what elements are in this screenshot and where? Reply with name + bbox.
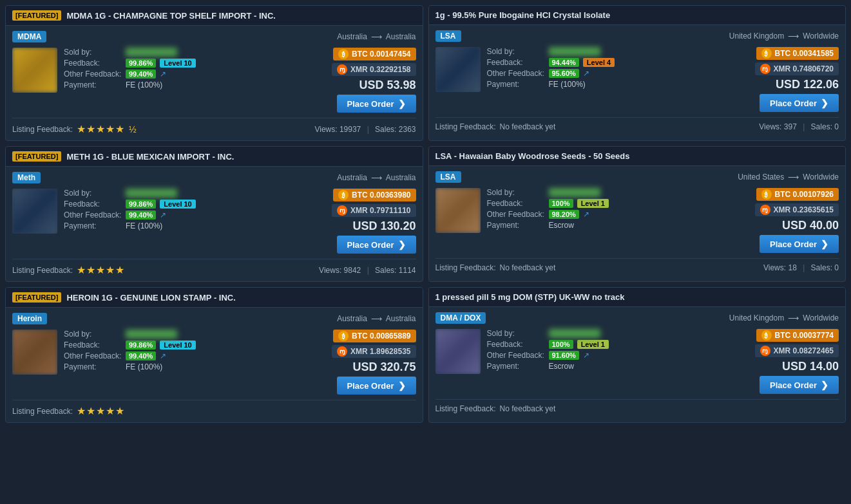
external-link-icon[interactable]: ↗ xyxy=(160,70,166,79)
payment-value: FE (100%) xyxy=(126,221,162,230)
other-feedback-row: Other Feedback:99.40%↗ xyxy=(64,210,307,219)
feedback-percentage: 99.86% xyxy=(126,341,156,350)
other-feedback-percentage: 99.40% xyxy=(126,210,156,219)
views-count: 397 xyxy=(784,122,797,131)
other-feedback-percentage: 91.60% xyxy=(549,351,579,360)
listing-info: Sold by:Feedback:100%Level 1Other Feedba… xyxy=(487,188,730,253)
feedback-percentage: 100% xyxy=(549,340,573,349)
btc-price: ₿BTC 0.00107926 xyxy=(756,188,839,201)
payment-value: FE (100%) xyxy=(126,362,162,371)
views-label: Views: xyxy=(319,266,341,275)
btc-price-value: BTC 0.00147454 xyxy=(352,50,410,59)
other-feedback-percentage: 95.60% xyxy=(549,69,579,78)
shipping-row: HeroinAustralia⟶Australia xyxy=(12,313,416,324)
feedback-bar: Listing Feedback:★★★★★Views: 9842 | Sale… xyxy=(12,259,416,276)
seller-name[interactable] xyxy=(549,47,600,56)
feedback-bar: Listing Feedback:★★★★★ xyxy=(12,400,416,417)
listing-title[interactable]: LSA - Hawaian Baby Woodrose Seeds - 50 S… xyxy=(435,151,630,161)
listing-title[interactable]: MDMA 1G - CHAMPAGNE TOP SHELF IMPORT - I… xyxy=(66,11,276,21)
sold-by-row: Sold by: xyxy=(487,329,730,338)
usd-price: USD 122.06 xyxy=(776,78,839,91)
views-label: Views: xyxy=(314,125,337,134)
feedback-left: Listing Feedback:No feedback yet xyxy=(435,404,556,413)
payment-label: Payment: xyxy=(64,221,122,230)
sales-count: 1114 xyxy=(399,266,416,275)
listing-title[interactable]: HEROIN 1G - GENUINE LION STAMP - INC. xyxy=(66,293,235,303)
shipping-info: Australia⟶Australia xyxy=(337,173,416,182)
btc-price-value: BTC 0.00037774 xyxy=(775,331,834,340)
other-feedback-row: Other Feedback:95.60%↗ xyxy=(487,69,730,78)
place-order-button[interactable]: Place Order❯ xyxy=(337,377,416,395)
xmr-price: ɱXMR 0.32292158 xyxy=(332,63,416,76)
place-order-button[interactable]: Place Order❯ xyxy=(760,235,839,253)
seller-name[interactable] xyxy=(549,329,600,338)
card-body: MethAustralia⟶AustraliaSold by:Feedback:… xyxy=(6,167,423,281)
drug-tag: LSA xyxy=(435,171,461,183)
listing-main: Sold by:Feedback:99.86%Level 10Other Fee… xyxy=(12,330,416,395)
ship-to: Worldwide xyxy=(803,313,839,322)
card-body: HeroinAustralia⟶AustraliaSold by:Feedbac… xyxy=(6,308,423,422)
sales-count: 0 xyxy=(834,263,839,272)
listing-title[interactable]: METH 1G - BLUE MEXICAN IMPORT - INC. xyxy=(66,152,234,162)
sold-by-row: Sold by: xyxy=(64,48,307,57)
external-link-icon[interactable]: ↗ xyxy=(160,210,166,219)
ship-arrow-icon: ⟶ xyxy=(788,313,799,322)
listings-grid: [FEATURED]MDMA 1G - CHAMPAGNE TOP SHELF … xyxy=(5,5,846,423)
xmr-icon: ɱ xyxy=(760,205,770,215)
place-order-label: Place Order xyxy=(770,380,817,390)
card-title-bar: [FEATURED]METH 1G - BLUE MEXICAN IMPORT … xyxy=(6,147,423,167)
sold-by-row: Sold by: xyxy=(487,188,730,197)
drug-tag: MDMA xyxy=(12,31,46,42)
other-feedback-row: Other Feedback:99.40%↗ xyxy=(64,351,307,360)
feedback-bar: Listing Feedback:No feedback yet xyxy=(435,399,839,413)
card-title-bar: [FEATURED]MDMA 1G - CHAMPAGNE TOP SHELF … xyxy=(6,6,423,26)
payment-value: Escrow xyxy=(549,362,574,371)
external-link-icon[interactable]: ↗ xyxy=(160,351,166,360)
place-order-button[interactable]: Place Order❯ xyxy=(760,376,839,394)
listing-title[interactable]: 1 pressed pill 5 mg DOM (STP) UK-WW no t… xyxy=(435,292,625,302)
payment-row: Payment:FE (100%) xyxy=(64,221,307,230)
listing-main: Sold by:Feedback:100%Level 1Other Feedba… xyxy=(435,329,839,394)
place-order-button[interactable]: Place Order❯ xyxy=(760,94,839,112)
payment-label: Payment: xyxy=(64,362,122,371)
other-feedback-row: Other Feedback:91.60%↗ xyxy=(487,351,730,360)
star-rating: ★★★★★ xyxy=(77,123,125,135)
card-title-bar: 1g - 99.5% Pure Ibogaine HCl Crystal Iso… xyxy=(429,6,846,25)
ship-to: Australia xyxy=(386,314,416,323)
drug-tag: LSA xyxy=(435,30,461,42)
other-feedback-percentage: 99.40% xyxy=(126,351,156,360)
seller-name[interactable] xyxy=(549,188,600,197)
views-label: Views: xyxy=(759,122,781,131)
feedback-percentage: 99.86% xyxy=(126,59,156,68)
shipping-row: LSAUnited Kingdom⟶Worldwide xyxy=(435,30,839,42)
xmr-price-value: XMR 0.74806720 xyxy=(774,64,834,73)
place-order-button[interactable]: Place Order❯ xyxy=(337,236,416,254)
xmr-icon: ɱ xyxy=(337,346,347,357)
listing-card-3: [FEATURED]METH 1G - BLUE MEXICAN IMPORT … xyxy=(5,146,423,282)
ship-from: Australia xyxy=(337,32,367,41)
pricing-section: ₿BTC 0.00363980ɱXMR 0.79711110USD 130.20… xyxy=(313,189,416,254)
ship-to: Worldwide xyxy=(803,173,839,182)
seller-name[interactable] xyxy=(126,330,177,339)
listing-main: Sold by:Feedback:94.44%Level 4Other Feed… xyxy=(435,47,839,112)
other-feedback-label: Other Feedback: xyxy=(64,210,122,219)
sales-label: Sales: xyxy=(811,263,832,272)
sold-by-label: Sold by: xyxy=(487,188,545,197)
payment-label: Payment: xyxy=(64,80,122,89)
seller-name[interactable] xyxy=(126,48,177,57)
external-link-icon[interactable]: ↗ xyxy=(583,351,589,360)
feedback-percentage: 99.86% xyxy=(126,200,156,209)
seller-name[interactable] xyxy=(126,189,177,198)
btc-icon: ₿ xyxy=(338,49,349,59)
btc-price-value: BTC 0.00865889 xyxy=(352,331,410,341)
place-order-button[interactable]: Place Order❯ xyxy=(337,95,416,113)
separator: | xyxy=(801,263,807,272)
external-link-icon[interactable]: ↗ xyxy=(583,210,589,219)
external-link-icon[interactable]: ↗ xyxy=(583,69,589,78)
shipping-row: MethAustralia⟶Australia xyxy=(12,172,416,183)
feedback-row: Feedback:99.86%Level 10 xyxy=(64,200,307,209)
pricing-section: ₿BTC 0.00147454ɱXMR 0.32292158USD 53.98P… xyxy=(313,48,416,113)
level-badge: Level 10 xyxy=(160,341,195,350)
listing-info: Sold by:Feedback:99.86%Level 10Other Fee… xyxy=(64,189,307,254)
listing-title[interactable]: 1g - 99.5% Pure Ibogaine HCl Crystal Iso… xyxy=(435,10,611,20)
